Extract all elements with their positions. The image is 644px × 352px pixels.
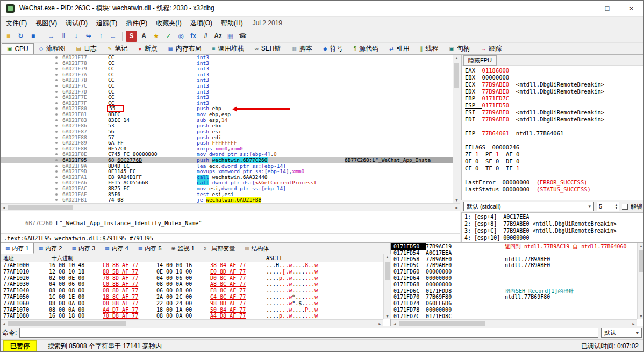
register-row[interactable] xyxy=(465,172,641,179)
tab-threads[interactable]: ∥线程 xyxy=(414,43,443,54)
report-bug-icon[interactable]: ☎ xyxy=(237,31,248,42)
register-row[interactable]: OF 0 SF 0 DF 0 xyxy=(465,158,641,165)
dump-vertical-scrollbar[interactable] xyxy=(383,254,391,319)
stack-row[interactable]: 0171FD6800000000 xyxy=(391,282,637,288)
tab-breakpoints[interactable]: ●断点 xyxy=(133,43,162,54)
favourites-icon[interactable]: ★ xyxy=(151,31,162,42)
close-button[interactable]: × xyxy=(619,1,643,16)
calling-convention-select[interactable]: 默认 (stdcall) ▾ xyxy=(463,202,594,211)
register-row[interactable]: EIP 77B64061 ntdll.77B64061 xyxy=(465,130,641,137)
dump-row[interactable]: 77AF10501C 00 1E 0018 8C AF 772A 00 2C 0… xyxy=(1,294,383,300)
run-icon[interactable]: → xyxy=(46,31,57,42)
step-over-icon[interactable]: ↪ xyxy=(83,31,94,42)
stack-row[interactable]: 0171FD5077B9AC19返回到 ntdll.77B9AC19 自 ntd… xyxy=(391,243,637,250)
step-into-icon[interactable]: ↓ xyxy=(70,31,82,42)
disasm-row[interactable]: 6AD21FB174 08je wechatwin.6AD21FBB xyxy=(1,197,453,203)
register-row[interactable]: CF 0 TF 0 IF 1 xyxy=(465,165,641,172)
open-file-icon[interactable]: ■ xyxy=(3,31,14,42)
register-row[interactable]: ESP 0171FD50 xyxy=(465,102,641,109)
stack-row[interactable]: 0171FD7800000000 xyxy=(391,307,637,313)
tab-call-stack[interactable]: ≡调用堆栈 xyxy=(207,43,249,54)
attach-icon[interactable]: A xyxy=(138,31,149,42)
scylla-icon[interactable]: S xyxy=(126,31,137,42)
menu-item-t[interactable]: 追踪(T) xyxy=(92,17,121,30)
register-row[interactable]: ECX 77B9ABE0 <ntdll.DbgUiRemoteBreakin> xyxy=(465,81,641,88)
hide-fpu-button[interactable]: 隐藏FPU xyxy=(463,55,497,66)
minimize-button[interactable]: – xyxy=(571,1,595,16)
stack-vertical-scrollbar[interactable] xyxy=(637,243,644,319)
argument-row[interactable]: 4: [esp+10] 00000000 xyxy=(464,234,641,241)
stop-icon[interactable]: ■ xyxy=(27,31,39,42)
register-row[interactable]: ZF 1 PF 1 AF 0 xyxy=(465,151,641,158)
stack-row[interactable]: 0171FD54A0C17EEA xyxy=(391,250,637,256)
tab-notes[interactable]: ✎笔记 xyxy=(102,43,133,54)
maximize-button[interactable]: □ xyxy=(595,1,619,16)
tab-script[interactable]: ▥脚本 xyxy=(287,43,318,54)
scrollbar-thumb[interactable] xyxy=(8,321,126,326)
register-row[interactable]: EDX 77B9ABE0 <ntdll.DbgUiRemoteBreakin> xyxy=(465,88,641,95)
tab-watch-1[interactable]: ◉监视 1 xyxy=(167,243,199,254)
tab-handles[interactable]: ▣句柄 xyxy=(443,43,475,54)
pause-icon[interactable]: ‖ xyxy=(58,31,69,42)
menu-item-p[interactable]: 插件(P) xyxy=(121,17,152,30)
register-row[interactable]: EBP 0171FD7C xyxy=(465,95,641,102)
tab-log[interactable]: ▤日志 xyxy=(71,43,102,54)
scrollbar-thumb[interactable] xyxy=(399,321,485,326)
run-until-return-icon[interactable]: ↑ xyxy=(95,31,106,42)
scrollbar-thumb[interactable] xyxy=(8,205,73,210)
dump-row[interactable]: 77AF100016 00 10 48C0 8B AF 7714 00 00 1… xyxy=(1,262,383,269)
dump-row[interactable]: 77AF107008 00 0A 00A4 D7 AF 7718 00 1A 0… xyxy=(1,307,383,313)
menu-item-o[interactable]: 选项(O) xyxy=(186,17,217,30)
register-row[interactable] xyxy=(465,123,641,130)
patches-icon[interactable]: ✓ xyxy=(163,31,174,42)
tab-memory-4[interactable]: ▦内存 4 xyxy=(100,243,133,254)
dump-row[interactable]: 77AF101012 00 10 1880 5B AF 770E 00 10 0… xyxy=(1,269,383,275)
dump-row[interactable]: 77AF102002 00 0E 0070 8D AF 7704 00 06 0… xyxy=(1,275,383,282)
calculator-icon[interactable]: ▦ xyxy=(225,31,236,42)
tab-symbols[interactable]: ◆符号 xyxy=(318,43,348,54)
memory-map-icon[interactable]: ◎ xyxy=(175,31,187,42)
register-row[interactable] xyxy=(465,137,641,144)
stack-row[interactable]: 0171FD74D60FE6D6 xyxy=(391,300,637,307)
command-input[interactable] xyxy=(19,328,598,338)
menu-item-i[interactable]: 收藏夹(I) xyxy=(152,17,185,30)
tab-trace[interactable]: →跟踪 xyxy=(475,43,507,54)
argument-row[interactable]: 2: [esp+8] 77B9ABE0 <ntdll.DbgUiRemoteBr… xyxy=(464,220,641,227)
menu-item-f[interactable]: 文件(F) xyxy=(2,17,31,30)
tab-graph[interactable]: ◇流程图 xyxy=(34,43,71,54)
scrollbar-thumb[interactable] xyxy=(639,250,643,272)
stack-row[interactable]: 0171FD6000000000 xyxy=(391,269,637,275)
hash-icon[interactable]: # xyxy=(200,31,211,42)
disasm-vertical-scrollbar[interactable] xyxy=(453,55,460,203)
tab-memory-3[interactable]: ▦内存 3 xyxy=(67,243,100,254)
tab-memory-5[interactable]: ▦内存 5 xyxy=(133,243,167,254)
restart-icon[interactable]: ↻ xyxy=(15,31,26,42)
disasm-row[interactable]: 6AD21F8756push esi xyxy=(1,129,453,135)
menu-item-h[interactable]: 帮助(H) xyxy=(217,17,247,30)
register-row[interactable]: ESI 77B9ABE0 <ntdll.DbgUiRemoteBreakin> xyxy=(465,109,641,116)
dump-row[interactable]: 77AF104008 00 08 0008 8D AF 7706 00 08 0… xyxy=(1,288,383,294)
scrollbar-thumb[interactable] xyxy=(454,63,459,88)
tab-struct[interactable]: ▥结构体 xyxy=(240,243,274,254)
disasm-row[interactable]: 6AD21F9568 60C2776Bpush wechatwin.6B77C2… xyxy=(1,157,453,163)
register-row[interactable]: LastError 00000000 (ERROR_SUCCESS) xyxy=(465,179,641,186)
menu-item-d[interactable]: 调试(D) xyxy=(61,17,92,30)
stack-row[interactable]: 0171FD6400000000 xyxy=(391,275,637,282)
scrollbar-thumb[interactable] xyxy=(385,262,390,280)
tab-locals[interactable]: x=局部变量 xyxy=(199,243,240,254)
register-row[interactable]: EDI 77B9ABE0 <ntdll.DbgUiRemoteBreakin> xyxy=(465,116,641,123)
register-row[interactable]: LastStatus 00000000 (STATUS_SUCCESS) xyxy=(465,186,641,193)
tab-source[interactable]: ¶源代码 xyxy=(348,43,384,54)
tab-cpu[interactable]: ▣CPU xyxy=(2,43,34,54)
tab-references[interactable]: ⇄引用 xyxy=(384,43,414,54)
tab-memory-map[interactable]: ▦内存布局 xyxy=(162,43,206,54)
tab-memory-2[interactable]: ▦内存 2 xyxy=(34,243,67,254)
register-row[interactable]: EBX 00000000 xyxy=(465,74,641,81)
stack-row[interactable]: 0171FD6C0171FDD8指向SEH_Record[1]的指针 xyxy=(391,288,637,294)
command-mode-select[interactable]: 默认 ▾ xyxy=(601,328,642,338)
stack-row[interactable]: 0171FD7C0171FD8C xyxy=(391,313,637,319)
dump-row[interactable]: 77AF103004 00 06 00C0 8B AF 7708 00 0A 0… xyxy=(1,281,383,288)
unlock-checkbox[interactable] xyxy=(622,204,628,210)
dump-horizontal-scrollbar[interactable] xyxy=(1,319,383,327)
register-row[interactable]: EAX 01186000 xyxy=(465,67,641,74)
